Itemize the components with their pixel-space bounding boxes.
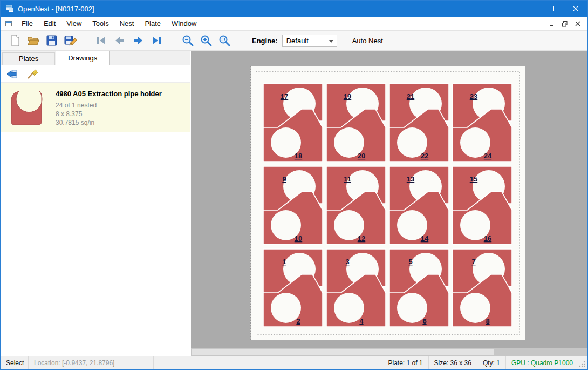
nested-pair-15-16[interactable]: 1516: [453, 166, 512, 244]
part-number: 18: [295, 152, 302, 160]
close-icon: [575, 21, 581, 27]
menu-item-edit[interactable]: Edit: [38, 17, 61, 30]
statusbar: Select Location: [-0.9437, 21.8796] Plat…: [1, 356, 587, 369]
nested-pair-23-24[interactable]: 2324: [453, 84, 512, 162]
part-number: 6: [422, 317, 426, 325]
part-number: 12: [358, 234, 365, 243]
mdi-child-icon: [4, 19, 13, 28]
mdi-window-controls: [545, 18, 587, 29]
auto-nest-button[interactable]: Auto Nest: [349, 35, 386, 47]
menubar-items: FileEditViewToolsNestPlateWindow: [16, 17, 202, 30]
nav-next-button[interactable]: [129, 32, 147, 49]
tab-drawings[interactable]: Drawings: [56, 51, 110, 65]
zoom-in-icon: [200, 34, 213, 47]
nested-pair-5-6[interactable]: 56: [389, 249, 449, 327]
part-number: 5: [408, 258, 412, 266]
close-icon: [573, 6, 578, 11]
engine-label: Engine:: [252, 37, 278, 45]
mdi-restore-button[interactable]: [558, 18, 571, 29]
save-edit-icon: [64, 34, 77, 47]
broom-icon: [26, 69, 38, 79]
nav-first-icon: [95, 34, 108, 47]
part-number: 2: [296, 317, 300, 325]
main-area: Plates Drawings: [1, 51, 587, 356]
menu-item-nest[interactable]: Nest: [114, 17, 140, 30]
nav-prev-button[interactable]: [111, 32, 129, 49]
menu-item-file[interactable]: File: [16, 17, 38, 30]
return-part-button[interactable]: [4, 67, 20, 81]
clear-button[interactable]: [24, 67, 40, 81]
part-number: 11: [344, 175, 351, 183]
part-number: 17: [281, 92, 288, 100]
nested-pair-19-20[interactable]: 1920: [326, 84, 386, 162]
part-number: 4: [359, 317, 364, 325]
nest-canvas[interactable]: 171819202122232491011121314151612345678: [191, 51, 587, 356]
status-size: Size: 36 x 36: [428, 356, 477, 369]
menu-item-window[interactable]: Window: [166, 17, 202, 30]
drawing-list-item[interactable]: 4980 A05 Extraction pipe holder 24 of 1 …: [1, 83, 190, 132]
part-number: 7: [471, 258, 475, 266]
nav-first-button[interactable]: [92, 32, 111, 49]
titlebar: OpenNest - [N0317-002]: [1, 1, 587, 17]
app-icon: [5, 4, 14, 13]
nested-pair-7-8[interactable]: 78: [453, 249, 512, 327]
plate: 171819202122232491011121314151612345678: [250, 66, 525, 342]
part-number: 15: [470, 175, 477, 183]
save-edit-button[interactable]: [61, 32, 79, 49]
menu-item-tools[interactable]: Tools: [87, 17, 114, 30]
chevron-down-icon: [329, 40, 333, 43]
engine-combobox[interactable]: Default: [282, 35, 337, 47]
main-toolbar: Engine: Default Auto Nest: [1, 31, 587, 51]
status-gpu: GPU : Quadro P1000: [505, 356, 578, 369]
nested-pair-9-10[interactable]: 910: [263, 166, 323, 244]
plate-sheet: 171819202122232491011121314151612345678: [250, 66, 525, 340]
scrollbar-thumb[interactable]: [192, 349, 494, 355]
status-plate: Plate: 1 of 1: [382, 356, 428, 369]
nested-pair-11-12[interactable]: 1112: [326, 166, 386, 244]
zoom-in-button[interactable]: [197, 32, 215, 49]
application-window: OpenNest - [N0317-002] FileEditViewTools…: [0, 0, 588, 370]
window-title: OpenNest - [N0317-002]: [18, 5, 515, 13]
part-number: 23: [470, 92, 477, 100]
part-number: 3: [345, 258, 349, 266]
minimize-icon: [524, 6, 530, 11]
close-button[interactable]: [563, 1, 587, 17]
status-mode: Select: [1, 356, 29, 369]
mdi-minimize-button[interactable]: [545, 18, 558, 29]
save-button[interactable]: [43, 32, 61, 49]
maximize-button[interactable]: [539, 1, 563, 17]
part-thumbnail: [7, 88, 46, 127]
nav-prev-icon: [113, 34, 126, 47]
status-qty: Qty: 1: [477, 356, 505, 369]
sidebar-tabs: Plates Drawings: [1, 51, 190, 65]
menubar: FileEditViewToolsNestPlateWindow: [1, 17, 587, 31]
menu-item-view[interactable]: View: [61, 17, 87, 30]
nested-pair-1-2[interactable]: 12: [263, 249, 323, 327]
zoom-fit-button[interactable]: [215, 32, 234, 49]
drawing-area: 30.7815 sq/in: [56, 118, 162, 127]
menu-item-plate[interactable]: Plate: [139, 17, 166, 30]
nested-pair-17-18[interactable]: 1718: [263, 84, 323, 162]
new-file-button[interactable]: [6, 32, 24, 49]
drawing-info: 4980 A05 Extraction pipe holder 24 of 1 …: [56, 88, 162, 127]
drawings-toolbar: [1, 65, 190, 83]
arrow-left-icon: [6, 69, 18, 79]
horizontal-scrollbar[interactable]: [191, 348, 587, 356]
status-location: Location: [-0.9437, 21.8796]: [29, 356, 154, 369]
drawing-size: 8 x 8.375: [56, 110, 162, 118]
part-number: 20: [358, 152, 365, 160]
drawing-nested-count: 24 of 1 nested: [56, 101, 162, 110]
tab-plates[interactable]: Plates: [2, 52, 55, 65]
nested-pair-3-4[interactable]: 34: [326, 249, 386, 327]
open-folder-icon: [27, 34, 40, 47]
open-button[interactable]: [24, 32, 43, 49]
nested-pair-21-22[interactable]: 2122: [389, 84, 449, 162]
nested-pair-13-14[interactable]: 1314: [389, 166, 449, 244]
zoom-out-button[interactable]: [179, 32, 197, 49]
mdi-close-button[interactable]: [571, 18, 584, 29]
resize-grip[interactable]: [578, 356, 587, 369]
minimize-button[interactable]: [515, 1, 539, 17]
nav-last-button[interactable]: [147, 32, 166, 49]
zoom-fit-icon: [218, 34, 231, 47]
resize-grip-icon: [578, 360, 586, 368]
